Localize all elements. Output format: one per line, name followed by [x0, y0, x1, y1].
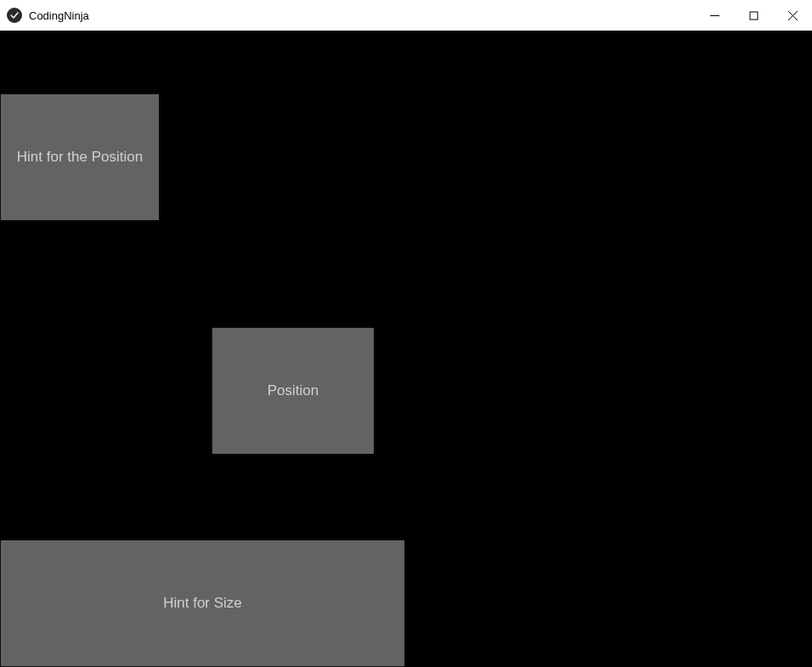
hint-size-button[interactable]: Hint for Size [1, 540, 404, 666]
close-button[interactable] [773, 0, 812, 31]
hint-position-button[interactable]: Hint for the Position [1, 94, 159, 220]
maximize-icon [749, 11, 758, 20]
maximize-button[interactable] [734, 0, 773, 31]
close-icon [788, 11, 798, 20]
minimize-icon [710, 11, 719, 20]
client-area: Hint for the Position Position Hint for … [0, 31, 812, 667]
title-bar-left: CodingNinja [7, 8, 89, 23]
window-title: CodingNinja [29, 9, 89, 22]
title-bar: CodingNinja [0, 0, 812, 31]
minimize-button[interactable] [695, 0, 734, 31]
app-icon [7, 8, 22, 23]
svg-rect-1 [750, 12, 758, 20]
window-controls [695, 0, 812, 31]
position-button[interactable]: Position [212, 328, 374, 454]
